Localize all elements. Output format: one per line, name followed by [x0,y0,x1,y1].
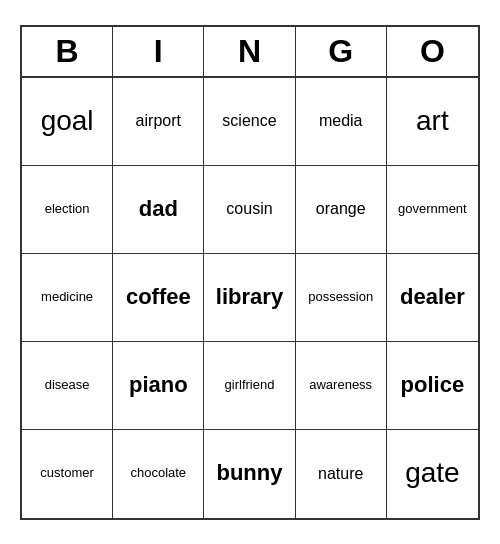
bingo-cell[interactable]: police [387,342,478,430]
cell-text: library [216,285,283,309]
cell-text: possession [308,290,373,304]
bingo-grid: goalairportsciencemediaartelectiondadcou… [22,78,478,518]
bingo-header: BINGO [22,27,478,78]
bingo-cell[interactable]: airport [113,78,204,166]
cell-text: dealer [400,285,465,309]
header-letter: I [113,27,204,76]
cell-text: bunny [216,461,282,485]
cell-text: media [319,112,363,130]
cell-text: coffee [126,285,191,309]
cell-text: disease [45,378,90,392]
cell-text: girlfriend [225,378,275,392]
cell-text: nature [318,465,363,483]
bingo-cell[interactable]: library [204,254,295,342]
cell-text: awareness [309,378,372,392]
bingo-cell[interactable]: election [22,166,113,254]
cell-text: election [45,202,90,216]
bingo-cell[interactable]: chocolate [113,430,204,518]
cell-text: customer [40,466,93,480]
bingo-cell[interactable]: girlfriend [204,342,295,430]
bingo-cell[interactable]: nature [296,430,387,518]
header-letter: B [22,27,113,76]
bingo-cell[interactable]: cousin [204,166,295,254]
bingo-cell[interactable]: gate [387,430,478,518]
cell-text: art [416,106,449,137]
cell-text: cousin [226,200,272,218]
cell-text: dad [139,197,178,221]
bingo-card: BINGO goalairportsciencemediaartelection… [20,25,480,520]
bingo-cell[interactable]: science [204,78,295,166]
header-letter: G [296,27,387,76]
cell-text: medicine [41,290,93,304]
bingo-cell[interactable]: disease [22,342,113,430]
bingo-cell[interactable]: coffee [113,254,204,342]
bingo-cell[interactable]: awareness [296,342,387,430]
bingo-cell[interactable]: goal [22,78,113,166]
bingo-cell[interactable]: dad [113,166,204,254]
header-letter: N [204,27,295,76]
cell-text: piano [129,373,188,397]
bingo-cell[interactable]: bunny [204,430,295,518]
cell-text: police [401,373,465,397]
cell-text: goal [41,106,94,137]
header-letter: O [387,27,478,76]
bingo-cell[interactable]: medicine [22,254,113,342]
bingo-cell[interactable]: art [387,78,478,166]
bingo-cell[interactable]: orange [296,166,387,254]
bingo-cell[interactable]: piano [113,342,204,430]
cell-text: government [398,202,467,216]
bingo-cell[interactable]: customer [22,430,113,518]
cell-text: airport [136,112,181,130]
cell-text: gate [405,458,460,489]
cell-text: orange [316,200,366,218]
bingo-cell[interactable]: dealer [387,254,478,342]
cell-text: science [222,112,276,130]
cell-text: chocolate [130,466,186,480]
bingo-cell[interactable]: media [296,78,387,166]
bingo-cell[interactable]: possession [296,254,387,342]
bingo-cell[interactable]: government [387,166,478,254]
